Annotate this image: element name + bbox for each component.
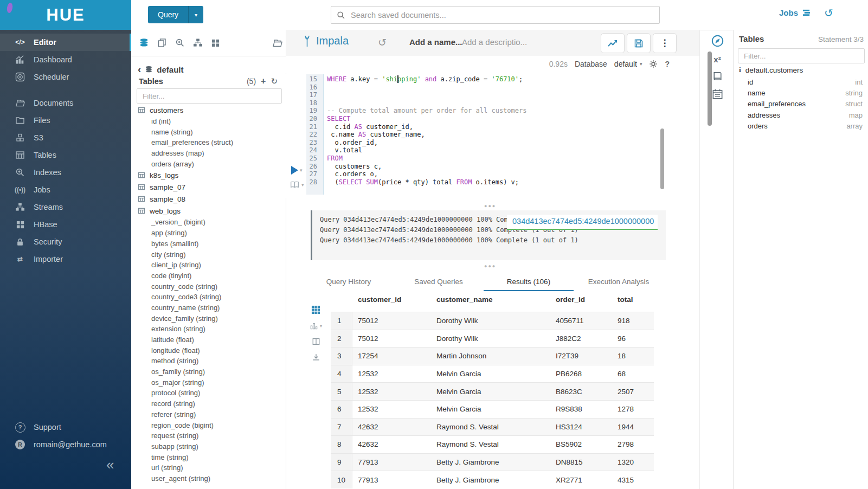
tree-column[interactable]: email_preferences (struct) bbox=[138, 137, 280, 148]
settings-gear-icon[interactable] bbox=[649, 60, 658, 68]
tree-column[interactable]: url (string) bbox=[138, 462, 280, 473]
right-column-name[interactable]: namestring bbox=[748, 87, 863, 98]
tab-results-106-[interactable]: Results (106) bbox=[484, 273, 574, 291]
sitemap-icon[interactable] bbox=[193, 38, 203, 48]
tree-column[interactable]: user_agent (string) bbox=[138, 473, 280, 484]
tab-execution-analysis[interactable]: Execution Analysis bbox=[574, 273, 664, 291]
tree-table-sample_07[interactable]: sample_07 bbox=[138, 181, 280, 193]
tree-column[interactable]: country_code (string) bbox=[138, 281, 280, 292]
right-column-email_preferences[interactable]: email_preferencesstruct bbox=[748, 99, 863, 110]
tree-column[interactable]: region_code (bigint) bbox=[138, 420, 280, 431]
functions-icon[interactable]: x² bbox=[713, 55, 721, 64]
col-header[interactable]: order_id bbox=[550, 295, 612, 312]
sidebar-item-tables[interactable]: Tables bbox=[0, 146, 131, 164]
tree-column[interactable]: city (string) bbox=[138, 249, 280, 260]
documents-assist-icon[interactable] bbox=[157, 38, 167, 48]
tree-column[interactable]: request (string) bbox=[138, 430, 280, 441]
language-reference-icon[interactable] bbox=[712, 71, 723, 81]
resize-handle[interactable]: ●●● bbox=[484, 203, 496, 209]
tree-column[interactable]: os_major (string) bbox=[138, 377, 280, 388]
sidebar-item-support[interactable]: ? Support bbox=[0, 419, 131, 436]
tables-filter-input[interactable] bbox=[137, 88, 282, 104]
hue-logo[interactable]: HUE bbox=[0, 0, 131, 30]
tree-column[interactable]: addresses (map) bbox=[138, 148, 280, 159]
query-dropdown-caret-icon[interactable]: ▾ bbox=[188, 6, 203, 23]
right-column-orders[interactable]: ordersarray bbox=[748, 121, 863, 132]
tree-column[interactable]: longitude (float) bbox=[138, 345, 280, 356]
tree-column[interactable]: id (int) bbox=[138, 116, 280, 127]
right-column-addresses[interactable]: addressesmap bbox=[748, 110, 863, 120]
right-column-id[interactable]: idint bbox=[748, 76, 863, 87]
sidebar-item-streams[interactable]: Streams bbox=[0, 198, 131, 216]
tree-column[interactable]: latitude (float) bbox=[138, 334, 280, 345]
tree-column[interactable]: method (string) bbox=[138, 356, 280, 366]
new-query-button[interactable]: Query ▾ bbox=[148, 6, 203, 23]
docs-book-button[interactable]: ▾ bbox=[290, 181, 304, 189]
tree-column[interactable]: subapp (string) bbox=[138, 441, 280, 452]
scheduler-calendar-icon[interactable] bbox=[712, 88, 723, 100]
tab-saved-queries[interactable]: Saved Queries bbox=[394, 273, 484, 291]
database-select[interactable]: default ▾ bbox=[614, 60, 642, 68]
help-question-icon[interactable]: ? bbox=[665, 60, 670, 68]
sidebar-item-indexes[interactable]: Indexes bbox=[0, 164, 131, 181]
sidebar-item-importer[interactable]: ⇄Importer bbox=[0, 250, 131, 268]
sidebar-item-security[interactable]: Security bbox=[0, 233, 131, 250]
editor-history-icon[interactable]: ↺ bbox=[378, 36, 387, 49]
tree-column[interactable]: code (tinyint) bbox=[138, 271, 280, 281]
sidebar-item-documents[interactable]: Documents bbox=[0, 94, 131, 112]
query-description-field[interactable]: Add a descriptio... bbox=[462, 37, 527, 47]
tree-column[interactable]: extension (string) bbox=[138, 324, 280, 334]
query-history-icon[interactable]: ↺ bbox=[824, 7, 833, 20]
add-table-icon[interactable]: + bbox=[261, 76, 266, 86]
active-table-row[interactable]: i default.customers bbox=[739, 66, 803, 74]
tree-table-web_logs[interactable]: web_logs bbox=[138, 205, 280, 217]
resize-handle[interactable]: ●●● bbox=[484, 263, 496, 269]
tree-column[interactable]: app (string) bbox=[138, 228, 280, 239]
editor-scrollbar[interactable] bbox=[660, 128, 664, 189]
engine-selector[interactable]: Impala bbox=[303, 35, 349, 47]
col-header[interactable]: customer_id bbox=[352, 295, 431, 312]
sql-editor[interactable]: 15WHERE a.key = 'shipping' and a.zip_cod… bbox=[286, 74, 699, 198]
sidebar-collapse-button[interactable]: « bbox=[106, 456, 114, 473]
editor-assistant-icon[interactable] bbox=[711, 34, 724, 48]
sidebar-item-dashboard[interactable]: Dashboard bbox=[0, 51, 131, 68]
apps-grid-icon[interactable] bbox=[211, 38, 220, 48]
databases-assist-icon[interactable] bbox=[139, 38, 149, 48]
query-id-overlay[interactable]: 034d413ec7474ed5:4249de1000000000 bbox=[507, 215, 658, 230]
tree-column[interactable]: os_family (string) bbox=[138, 366, 280, 377]
sidebar-item-hbase[interactable]: HBase bbox=[0, 216, 131, 233]
col-header[interactable]: total bbox=[612, 295, 654, 312]
sidebar-item-files[interactable]: Files bbox=[0, 112, 131, 129]
tree-table-sample_08[interactable]: sample_08 bbox=[138, 193, 280, 205]
sidebar-item-editor[interactable]: </>Editor bbox=[0, 34, 131, 51]
kebab-menu-button[interactable]: ⋮ bbox=[653, 33, 677, 53]
right-filter-input[interactable] bbox=[738, 48, 865, 63]
tree-column[interactable]: time (string) bbox=[138, 452, 280, 463]
col-header[interactable]: customer_name bbox=[431, 295, 550, 312]
open-folder-icon[interactable] bbox=[272, 38, 283, 48]
tree-column[interactable]: orders (array) bbox=[138, 159, 280, 170]
tree-column[interactable]: device_family (string) bbox=[138, 313, 280, 324]
sidebar-item-s3[interactable]: S3 bbox=[0, 129, 131, 146]
info-icon[interactable]: i bbox=[739, 66, 741, 74]
columns-view-icon[interactable] bbox=[310, 337, 322, 346]
tree-column[interactable]: bytes (smallint) bbox=[138, 239, 280, 249]
tree-column[interactable]: referer (string) bbox=[138, 409, 280, 420]
query-name-field[interactable]: Add a name... bbox=[409, 37, 462, 47]
tree-column[interactable]: record (string) bbox=[138, 398, 280, 409]
tab-query-history[interactable]: Query History bbox=[304, 273, 394, 291]
database-breadcrumb[interactable]: ‹ default bbox=[138, 63, 184, 75]
chart-button[interactable] bbox=[601, 33, 625, 53]
execute-query-button[interactable]: ▾ bbox=[291, 166, 303, 175]
chart-view-button[interactable]: ▾ bbox=[310, 321, 322, 330]
sidebar-item-user[interactable]: R romain@gethue.com bbox=[0, 436, 131, 453]
tree-column[interactable]: name (string) bbox=[138, 127, 280, 138]
tree-table-customers[interactable]: customers bbox=[138, 104, 280, 116]
sidebar-item-jobs[interactable]: ((•))Jobs bbox=[0, 181, 131, 198]
save-button[interactable] bbox=[627, 33, 651, 53]
tree-column[interactable]: country_code3 (string) bbox=[138, 292, 280, 303]
search-input[interactable] bbox=[350, 10, 634, 20]
zoom-in-icon[interactable] bbox=[175, 38, 185, 48]
global-search[interactable] bbox=[331, 6, 660, 24]
tree-column[interactable]: protocol (string) bbox=[138, 388, 280, 398]
